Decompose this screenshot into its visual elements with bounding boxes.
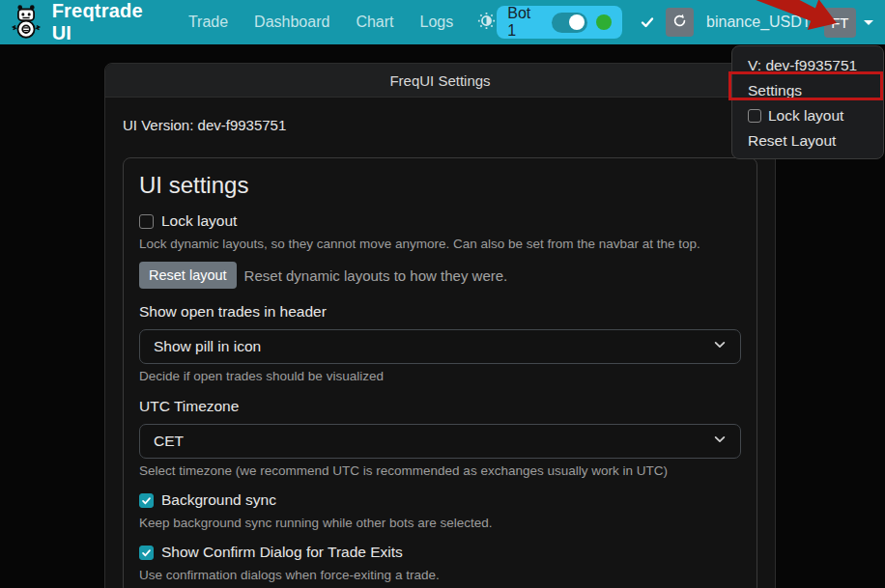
chevron-down-icon — [713, 338, 727, 355]
settings-card: FreqUI Settings UI Version: dev-f9935751… — [104, 63, 776, 588]
lock-layout-label: Lock layout — [161, 212, 237, 230]
confirm-dialog-label: Show Confirm Dialog for Trade Exits — [161, 544, 403, 561]
dropdown-reset-layout-item[interactable]: Reset Layout — [732, 128, 883, 154]
bot-online-toggle[interactable] — [552, 13, 587, 33]
lock-layout-label: Lock layout — [768, 103, 843, 128]
timezone-select-value: CET — [154, 433, 184, 450]
bot-status-dot — [596, 14, 612, 30]
theme-toggle-button[interactable] — [476, 11, 497, 35]
background-sync-row: Background sync — [139, 491, 741, 509]
bot-badge-label: Bot 1 — [507, 5, 543, 40]
user-dropdown-menu: V: dev-f9935751 Settings Lock layout Res… — [731, 45, 884, 159]
reset-layout-description: Reset dynamic layouts to how they were. — [244, 267, 508, 284]
reload-icon — [671, 13, 688, 33]
chevron-down-icon — [713, 433, 727, 450]
confirm-dialog-description: Use confirmation dialogs when force-exit… — [139, 568, 741, 582]
timezone-label: UTC Timezone — [139, 398, 741, 415]
open-trades-select-value: Show pill in icon — [154, 338, 261, 355]
open-trades-label: Show open trades in header — [139, 303, 741, 321]
ui-settings-heading: UI settings — [139, 172, 741, 199]
confirm-dialog-checkbox[interactable] — [139, 546, 154, 560]
confirm-dialog-row: Show Confirm Dialog for Trade Exits — [139, 544, 741, 561]
timezone-description: Select timezone (we recommend UTC is rec… — [139, 463, 741, 478]
bot-selector[interactable]: binance_USDT — [706, 14, 812, 31]
dropdown-lock-layout-item[interactable]: Lock layout — [732, 103, 883, 128]
check-icon[interactable] — [640, 14, 655, 30]
lock-layout-row: Lock layout — [139, 212, 741, 230]
nav-link-chart[interactable]: Chart — [356, 14, 393, 31]
lock-layout-description: Lock dynamic layouts, so they cannot mov… — [139, 237, 741, 251]
dropdown-settings-item[interactable]: Settings — [732, 78, 883, 103]
timezone-select[interactable]: CET — [139, 424, 741, 459]
nav-link-logs[interactable]: Logs — [420, 14, 454, 31]
brand-name: Freqtrade UI — [52, 0, 167, 44]
nav-link-trade[interactable]: Trade — [188, 14, 228, 31]
reset-layout-button[interactable]: Reset layout — [139, 262, 237, 289]
lock-layout-checkbox[interactable] — [139, 214, 154, 229]
settings-card-header: FreqUI Settings — [105, 64, 775, 98]
freqtrade-robot-logo-icon — [8, 4, 44, 41]
page-title: FreqUI Settings — [389, 72, 490, 89]
dropdown-version-item: V: dev-f9935751 — [732, 53, 883, 78]
freqtrade-ui-screen: Freqtrade UI Trade Dashboard Chart Logs — [0, 0, 885, 588]
avatar-button[interactable]: FT — [824, 8, 856, 38]
toggle-knob — [569, 14, 585, 30]
settings-card-body: UI Version: dev-f9935751 UI settings Loc… — [105, 98, 775, 588]
brand[interactable]: Freqtrade UI — [8, 0, 167, 44]
open-trades-select[interactable]: Show pill in icon — [139, 329, 741, 364]
ui-settings-card: UI settings Lock layout Lock dynamic lay… — [123, 157, 757, 588]
nav-links: Trade Dashboard Chart Logs — [188, 14, 453, 31]
reload-button[interactable] — [666, 8, 694, 37]
brightness-icon — [476, 11, 497, 35]
background-sync-description: Keep background sync running while other… — [139, 516, 741, 530]
lock-layout-checkbox[interactable] — [748, 109, 761, 123]
background-sync-checkbox[interactable] — [139, 493, 154, 508]
ui-version-text: UI Version: dev-f9935751 — [123, 117, 757, 133]
caret-down-icon[interactable] — [864, 20, 873, 25]
bot-badge[interactable]: Bot 1 — [497, 6, 621, 39]
navbar: Freqtrade UI Trade Dashboard Chart Logs — [0, 0, 885, 44]
background-sync-label: Background sync — [161, 491, 276, 509]
open-trades-description: Decide if open trades should be visualiz… — [139, 369, 741, 383]
nav-link-dashboard[interactable]: Dashboard — [254, 14, 329, 31]
reset-layout-row: Reset layout Reset dynamic layouts to ho… — [139, 262, 741, 289]
navbar-right: Bot 1 binance_USDT — [497, 6, 873, 39]
